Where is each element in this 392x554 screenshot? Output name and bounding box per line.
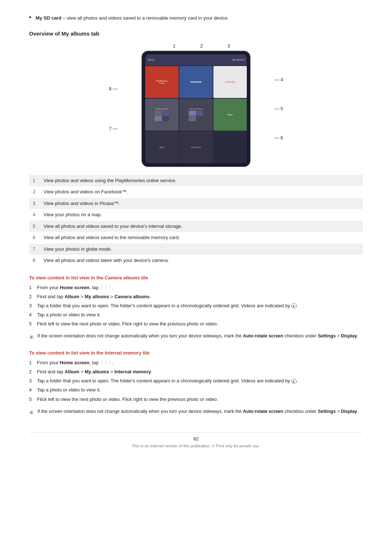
diagram-phone: Album My albums PlayMemoriesOnline faceb… bbox=[142, 51, 250, 167]
diagram-row: 8 — 7 — Album My albums PlayMemoriesOnli… bbox=[109, 51, 283, 167]
row-num-8: 8 bbox=[29, 255, 40, 266]
row-num-1: 1 bbox=[29, 175, 40, 186]
step-num-c4: 4 bbox=[29, 311, 37, 319]
row-text-8: View all photos and videos taken with yo… bbox=[40, 255, 363, 266]
grid-icon-i1: ⋮⋮⋮ bbox=[100, 360, 112, 366]
step-text-i1: From your Home screen, tap ⋮⋮⋮. bbox=[37, 359, 363, 366]
phone-topbar-title: Album bbox=[147, 58, 155, 61]
num-label-2: 2 bbox=[200, 43, 203, 49]
table-row: 2 View photos and videos on Facebook™. bbox=[29, 186, 363, 198]
cam-img2 bbox=[162, 111, 170, 116]
myalbums-bold-i2: My albums bbox=[85, 369, 109, 374]
internalmemory-bold-i2: Internal memory bbox=[114, 369, 151, 374]
page-number: 82 bbox=[29, 436, 363, 442]
cam-img3 bbox=[155, 116, 162, 121]
procedure-camera-heading: To view content in list view in the Came… bbox=[29, 275, 363, 280]
sdcard-label-bold: My SD card bbox=[36, 15, 61, 21]
procedure-internal-step-4: 4 Tap a photo or video to view it. bbox=[29, 386, 363, 394]
settings-bold-c: Settings bbox=[318, 333, 336, 338]
bullet-section: • My SD card – view all photos and video… bbox=[29, 15, 363, 22]
note-box-internal: ✳ If the screen orientation does not cha… bbox=[29, 408, 363, 418]
grid-icon-c1: ⋮⋮⋮ bbox=[100, 285, 112, 291]
internal-grid bbox=[189, 111, 203, 121]
int-img2 bbox=[196, 111, 204, 116]
home-screen-bold-c1: Home screen bbox=[60, 285, 90, 290]
num-label-7: 7 — bbox=[109, 126, 118, 131]
camera-title: Camera albums bbox=[155, 108, 169, 110]
step-num-i3: 3 bbox=[29, 377, 37, 385]
sdcard-label-rest: – view all photos and videos saved to a … bbox=[61, 15, 229, 21]
row-num-2: 2 bbox=[29, 186, 40, 198]
display-bold-i: Display bbox=[341, 409, 357, 414]
note-box-camera: ✳ If the screen orientation does not cha… bbox=[29, 333, 363, 342]
step-text-i5: Flick left to view the next photo or vid… bbox=[37, 396, 363, 403]
step-text-i2: Find and tap Album > My albums > Interna… bbox=[37, 368, 363, 376]
phone-cell-internal: Internal memory bbox=[179, 99, 213, 131]
row-text-1: View photos and videos using the PlayMem… bbox=[40, 175, 363, 186]
step-num-c5: 5 bbox=[29, 320, 37, 328]
display-bold-c: Display bbox=[341, 333, 357, 338]
camera-grid bbox=[155, 111, 169, 121]
int-img1 bbox=[189, 111, 196, 116]
phone-cell-globe: Globe bbox=[145, 131, 179, 163]
step-text-c2: Find and tap Album > My albums > Camera … bbox=[37, 293, 363, 300]
phone-cell-playmemories: PlayMemoriesOnline bbox=[145, 66, 179, 98]
int-img3 bbox=[189, 116, 196, 121]
home-screen-bold-i1: Home screen bbox=[60, 360, 90, 365]
table-row: 4 View your photos on a map. bbox=[29, 209, 363, 221]
myalbums-bold-c2: My albums bbox=[85, 294, 109, 299]
note-text-internal: If the screen orientation does not chang… bbox=[37, 408, 363, 415]
phone-cell-maps: Maps bbox=[213, 99, 247, 131]
play-icon-c3: ▶ bbox=[291, 303, 297, 308]
mysdcard-label: My SD-card bbox=[191, 146, 201, 148]
procedure-internal-step-3: 3 Tap a folder that you want to open. Th… bbox=[29, 377, 363, 385]
left-labels: 8 — 7 — bbox=[109, 54, 118, 163]
cam-img1 bbox=[155, 111, 162, 116]
int-img4 bbox=[196, 116, 204, 121]
phone-cell-camera: Camera albums bbox=[145, 99, 179, 131]
step-num-i5: 5 bbox=[29, 396, 37, 403]
phone-cell-sdcard: My SD-card bbox=[179, 131, 213, 163]
num-label-3: 3 bbox=[228, 43, 230, 49]
section-heading-overview: Overview of My albums tab bbox=[29, 30, 363, 37]
num-label-5: — 5 bbox=[274, 106, 283, 111]
step-text-c3: Tap a folder that you want to open. The … bbox=[37, 302, 363, 309]
note-icon-camera: ✳ bbox=[29, 333, 34, 342]
row-text-7: View your photos in globe mode. bbox=[40, 243, 363, 255]
page-footer: 82 This is an Internet version of this p… bbox=[29, 432, 363, 448]
row-num-3: 3 bbox=[29, 198, 40, 209]
step-num-i2: 2 bbox=[29, 368, 37, 376]
phone-topbar: Album My albums bbox=[145, 54, 247, 65]
phone-topbar-right: My albums bbox=[232, 58, 245, 61]
globe-label: Globe bbox=[159, 146, 164, 148]
internal-label: Internal memory bbox=[189, 108, 203, 121]
note-text-camera: If the screen orientation does not chang… bbox=[37, 333, 363, 340]
row-num-5: 5 bbox=[29, 221, 40, 232]
step-text-c4: Tap a photo or video to view it. bbox=[37, 311, 363, 319]
step-text-i4: Tap a photo or video to view it. bbox=[37, 386, 363, 394]
num-label-1: 1 bbox=[173, 43, 175, 49]
table-row: 1 View photos and videos using the PlayM… bbox=[29, 175, 363, 186]
album-bold-i2: Album bbox=[65, 369, 79, 374]
row-text-4: View your photos on a map. bbox=[40, 209, 363, 221]
playmemories-label: PlayMemoriesOnline bbox=[156, 80, 168, 84]
step-text-c5: Flick left to view the next photo or vid… bbox=[37, 320, 363, 328]
procedure-internal-step-5: 5 Flick left to view the next photo or v… bbox=[29, 396, 363, 403]
row-text-6: View all photos and videos saved to the … bbox=[40, 232, 363, 243]
top-labels: 1 2 3 bbox=[109, 43, 283, 49]
step-num-c3: 3 bbox=[29, 302, 37, 309]
step-num-c2: 2 bbox=[29, 293, 37, 300]
num-label-4: — 4 bbox=[274, 77, 283, 82]
row-num-4: 4 bbox=[29, 209, 40, 221]
phone-cell-picasa: ● Picasa bbox=[213, 66, 247, 98]
table-row: 3 View photos and videos in Picasa™. bbox=[29, 198, 363, 209]
row-num-6: 6 bbox=[29, 232, 40, 243]
num-label-6: — 6 bbox=[274, 135, 283, 140]
play-icon-i3: ▶ bbox=[291, 379, 297, 384]
row-text-2: View photos and videos on Facebook™. bbox=[40, 186, 363, 198]
row-num-7: 7 bbox=[29, 243, 40, 255]
table-row: 7 View your photos in globe mode. bbox=[29, 243, 363, 255]
step-num-i1: 1 bbox=[29, 359, 37, 366]
procedure-camera-step-1: 1 From your Home screen, tap ⋮⋮⋮. bbox=[29, 284, 363, 291]
row-text-3: View photos and videos in Picasa™. bbox=[40, 198, 363, 209]
